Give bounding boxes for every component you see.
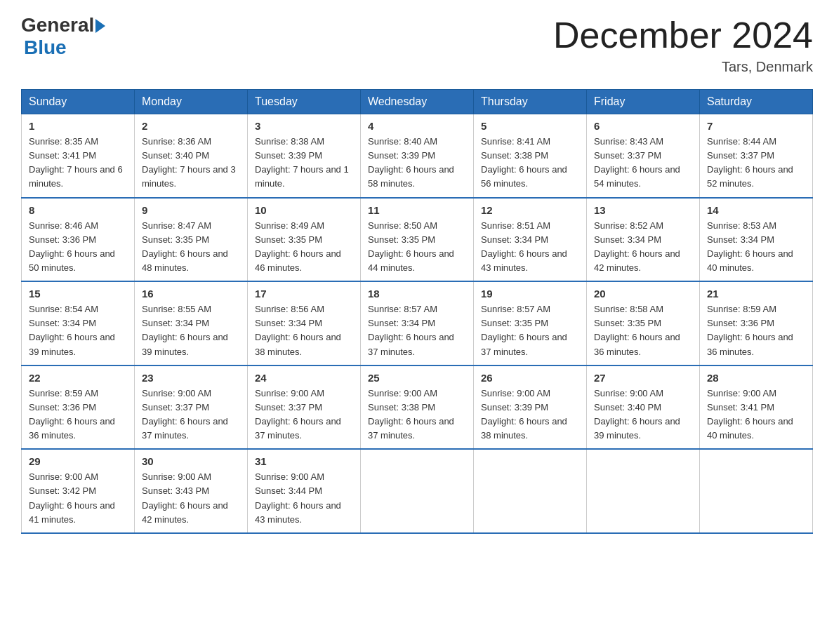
- day-info: Sunrise: 9:00 AMSunset: 3:43 PMDaylight:…: [142, 470, 240, 527]
- header-day-friday: Friday: [587, 90, 700, 114]
- calendar-cell: 18Sunrise: 8:57 AMSunset: 3:34 PMDayligh…: [361, 281, 474, 365]
- day-info: Sunrise: 8:38 AMSunset: 3:39 PMDaylight:…: [255, 135, 353, 192]
- calendar-week-row: 1Sunrise: 8:35 AMSunset: 3:41 PMDaylight…: [22, 114, 813, 198]
- day-number: 14: [707, 204, 805, 216]
- day-number: 27: [594, 372, 692, 384]
- day-number: 15: [29, 288, 127, 300]
- day-info: Sunrise: 8:41 AMSunset: 3:38 PMDaylight:…: [481, 135, 579, 192]
- title-section: December 2024 Tars, Denmark: [553, 14, 813, 75]
- calendar-cell: 12Sunrise: 8:51 AMSunset: 3:34 PMDayligh…: [474, 198, 587, 282]
- header-day-monday: Monday: [135, 90, 248, 114]
- day-info: Sunrise: 8:52 AMSunset: 3:34 PMDaylight:…: [594, 219, 692, 276]
- day-number: 28: [707, 372, 805, 384]
- day-info: Sunrise: 8:51 AMSunset: 3:34 PMDaylight:…: [481, 219, 579, 276]
- calendar-cell: 4Sunrise: 8:40 AMSunset: 3:39 PMDaylight…: [361, 114, 474, 198]
- day-info: Sunrise: 9:00 AMSunset: 3:44 PMDaylight:…: [255, 470, 353, 527]
- calendar-cell: 20Sunrise: 8:58 AMSunset: 3:35 PMDayligh…: [587, 281, 700, 365]
- calendar-cell: 28Sunrise: 9:00 AMSunset: 3:41 PMDayligh…: [700, 365, 813, 450]
- calendar-cell: 31Sunrise: 9:00 AMSunset: 3:44 PMDayligh…: [248, 449, 361, 533]
- calendar-cell: 27Sunrise: 9:00 AMSunset: 3:40 PMDayligh…: [587, 365, 700, 450]
- calendar-cell: 23Sunrise: 9:00 AMSunset: 3:37 PMDayligh…: [135, 365, 248, 450]
- header-day-wednesday: Wednesday: [361, 90, 474, 114]
- day-info: Sunrise: 9:00 AMSunset: 3:40 PMDaylight:…: [594, 387, 692, 443]
- day-number: 23: [142, 372, 240, 384]
- day-number: 13: [594, 204, 692, 216]
- day-info: Sunrise: 9:00 AMSunset: 3:37 PMDaylight:…: [142, 387, 240, 443]
- calendar-cell: [474, 449, 587, 533]
- header-day-tuesday: Tuesday: [248, 90, 361, 114]
- day-info: Sunrise: 8:35 AMSunset: 3:41 PMDaylight:…: [29, 135, 127, 192]
- calendar-header-row: SundayMondayTuesdayWednesdayThursdayFrid…: [22, 90, 813, 114]
- header-day-saturday: Saturday: [700, 90, 813, 114]
- calendar-cell: 17Sunrise: 8:56 AMSunset: 3:34 PMDayligh…: [248, 281, 361, 365]
- month-title: December 2024: [553, 14, 813, 56]
- calendar-cell: 6Sunrise: 8:43 AMSunset: 3:37 PMDaylight…: [587, 114, 700, 198]
- day-info: Sunrise: 9:00 AMSunset: 3:38 PMDaylight:…: [368, 387, 466, 443]
- page-header: General Blue December 2024 Tars, Denmark: [21, 14, 813, 75]
- day-info: Sunrise: 8:53 AMSunset: 3:34 PMDaylight:…: [707, 219, 805, 276]
- calendar-week-row: 8Sunrise: 8:46 AMSunset: 3:36 PMDaylight…: [22, 198, 813, 282]
- calendar-week-row: 29Sunrise: 9:00 AMSunset: 3:42 PMDayligh…: [22, 449, 813, 533]
- calendar-cell: 22Sunrise: 8:59 AMSunset: 3:36 PMDayligh…: [22, 365, 135, 450]
- day-info: Sunrise: 8:59 AMSunset: 3:36 PMDaylight:…: [707, 302, 805, 359]
- day-number: 20: [594, 288, 692, 300]
- day-number: 4: [368, 120, 466, 132]
- calendar-cell: 14Sunrise: 8:53 AMSunset: 3:34 PMDayligh…: [700, 198, 813, 282]
- day-number: 24: [255, 372, 353, 384]
- day-info: Sunrise: 8:47 AMSunset: 3:35 PMDaylight:…: [142, 219, 240, 276]
- day-number: 19: [481, 288, 579, 300]
- calendar-cell: [700, 449, 813, 533]
- day-number: 8: [29, 204, 127, 216]
- calendar-week-row: 22Sunrise: 8:59 AMSunset: 3:36 PMDayligh…: [22, 365, 813, 450]
- logo-arrow-icon: [95, 19, 105, 33]
- day-info: Sunrise: 8:44 AMSunset: 3:37 PMDaylight:…: [707, 135, 805, 192]
- day-number: 16: [142, 288, 240, 300]
- day-info: Sunrise: 8:54 AMSunset: 3:34 PMDaylight:…: [29, 302, 127, 359]
- day-info: Sunrise: 8:40 AMSunset: 3:39 PMDaylight:…: [368, 135, 466, 192]
- day-info: Sunrise: 8:46 AMSunset: 3:36 PMDaylight:…: [29, 219, 127, 276]
- calendar-cell: 19Sunrise: 8:57 AMSunset: 3:35 PMDayligh…: [474, 281, 587, 365]
- calendar-cell: 5Sunrise: 8:41 AMSunset: 3:38 PMDaylight…: [474, 114, 587, 198]
- day-number: 26: [481, 372, 579, 384]
- calendar-week-row: 15Sunrise: 8:54 AMSunset: 3:34 PMDayligh…: [22, 281, 813, 365]
- day-number: 1: [29, 120, 127, 132]
- day-info: Sunrise: 8:57 AMSunset: 3:34 PMDaylight:…: [368, 302, 466, 359]
- calendar-cell: [587, 449, 700, 533]
- calendar-table: SundayMondayTuesdayWednesdayThursdayFrid…: [21, 89, 813, 534]
- calendar-cell: 25Sunrise: 9:00 AMSunset: 3:38 PMDayligh…: [361, 365, 474, 450]
- day-number: 31: [255, 455, 353, 467]
- logo-blue-text: Blue: [24, 36, 67, 59]
- day-number: 30: [142, 455, 240, 467]
- day-info: Sunrise: 8:59 AMSunset: 3:36 PMDaylight:…: [29, 387, 127, 443]
- calendar-cell: 8Sunrise: 8:46 AMSunset: 3:36 PMDaylight…: [22, 198, 135, 282]
- day-info: Sunrise: 9:00 AMSunset: 3:41 PMDaylight:…: [707, 387, 805, 443]
- day-number: 9: [142, 204, 240, 216]
- day-info: Sunrise: 8:58 AMSunset: 3:35 PMDaylight:…: [594, 302, 692, 359]
- day-info: Sunrise: 8:36 AMSunset: 3:40 PMDaylight:…: [142, 135, 240, 192]
- calendar-cell: 29Sunrise: 9:00 AMSunset: 3:42 PMDayligh…: [22, 449, 135, 533]
- day-info: Sunrise: 8:57 AMSunset: 3:35 PMDaylight:…: [481, 302, 579, 359]
- calendar-cell: 1Sunrise: 8:35 AMSunset: 3:41 PMDaylight…: [22, 114, 135, 198]
- day-number: 5: [481, 120, 579, 132]
- calendar-cell: 26Sunrise: 9:00 AMSunset: 3:39 PMDayligh…: [474, 365, 587, 450]
- day-number: 17: [255, 288, 353, 300]
- day-number: 21: [707, 288, 805, 300]
- calendar-cell: 10Sunrise: 8:49 AMSunset: 3:35 PMDayligh…: [248, 198, 361, 282]
- day-number: 10: [255, 204, 353, 216]
- calendar-cell: 24Sunrise: 9:00 AMSunset: 3:37 PMDayligh…: [248, 365, 361, 450]
- day-info: Sunrise: 8:50 AMSunset: 3:35 PMDaylight:…: [368, 219, 466, 276]
- day-info: Sunrise: 8:43 AMSunset: 3:37 PMDaylight:…: [594, 135, 692, 192]
- calendar-cell: 15Sunrise: 8:54 AMSunset: 3:34 PMDayligh…: [22, 281, 135, 365]
- calendar-cell: 16Sunrise: 8:55 AMSunset: 3:34 PMDayligh…: [135, 281, 248, 365]
- day-info: Sunrise: 9:00 AMSunset: 3:39 PMDaylight:…: [481, 387, 579, 443]
- day-info: Sunrise: 8:55 AMSunset: 3:34 PMDaylight:…: [142, 302, 240, 359]
- day-info: Sunrise: 8:49 AMSunset: 3:35 PMDaylight:…: [255, 219, 353, 276]
- day-number: 25: [368, 372, 466, 384]
- day-number: 3: [255, 120, 353, 132]
- calendar-cell: [361, 449, 474, 533]
- day-info: Sunrise: 9:00 AMSunset: 3:42 PMDaylight:…: [29, 470, 127, 527]
- calendar-cell: 9Sunrise: 8:47 AMSunset: 3:35 PMDaylight…: [135, 198, 248, 282]
- day-number: 29: [29, 455, 127, 467]
- calendar-cell: 21Sunrise: 8:59 AMSunset: 3:36 PMDayligh…: [700, 281, 813, 365]
- day-number: 7: [707, 120, 805, 132]
